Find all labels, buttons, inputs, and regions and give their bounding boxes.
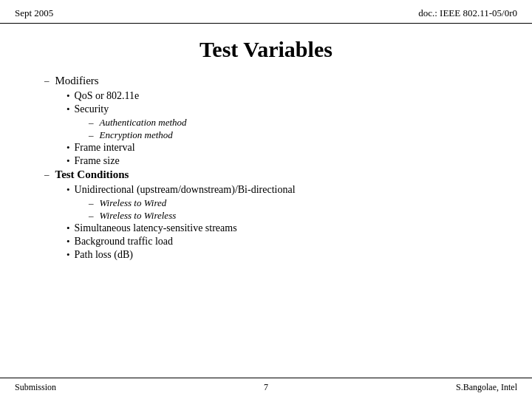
frame-size-text: Frame size bbox=[75, 155, 120, 167]
bullet-icon-frame-interval: • bbox=[66, 142, 70, 154]
footer-left: Submission bbox=[15, 382, 56, 393]
bullet-icon-security: • bbox=[66, 103, 70, 115]
bullet-icon-pathloss: • bbox=[66, 249, 70, 261]
auth-text: Authentication method bbox=[100, 117, 187, 129]
list-item-wireless-wired: – Wireless to Wired bbox=[89, 197, 502, 209]
dash-icon-wireless: – bbox=[89, 210, 94, 222]
list-item-unidirectional: • Unidirectional (upstream/downstream)/B… bbox=[66, 184, 502, 196]
header-date: Sept 2005 bbox=[15, 7, 53, 19]
test-conditions-heading: – Test Conditions bbox=[44, 168, 502, 181]
title-section: Test Variables bbox=[0, 37, 532, 62]
list-item-wireless-wireless: – Wireless to Wireless bbox=[89, 210, 502, 222]
list-item-pathloss: • Path loss (dB) bbox=[66, 249, 502, 261]
list-item-frame-size: • Frame size bbox=[66, 155, 502, 167]
list-item-encryption: – Encryption method bbox=[89, 129, 502, 141]
dash-icon-wired: – bbox=[89, 197, 94, 209]
header-doc: doc.: IEEE 802.11-05/0r0 bbox=[418, 7, 517, 19]
modifiers-heading: – Modifiers bbox=[44, 75, 502, 87]
test-conditions-label: Test Conditions bbox=[55, 168, 129, 181]
footer-right: S.Bangolae, Intel bbox=[456, 382, 517, 393]
list-item-security: • Security bbox=[66, 103, 502, 115]
list-item-frame-interval: • Frame interval bbox=[66, 142, 502, 154]
wireless-wired-text: Wireless to Wired bbox=[100, 197, 167, 209]
background-text: Background traffic load bbox=[75, 236, 173, 248]
qos-text: QoS or 802.11e bbox=[75, 90, 140, 102]
bullet-icon-frame-size: • bbox=[66, 155, 70, 167]
encryption-text: Encryption method bbox=[100, 129, 173, 141]
bullet-icon-qos: • bbox=[66, 90, 70, 102]
dash-icon-auth: – bbox=[89, 117, 94, 129]
wireless-wireless-text: Wireless to Wireless bbox=[100, 210, 177, 222]
bullet-icon-background: • bbox=[66, 236, 70, 248]
main-title: Test Variables bbox=[200, 37, 332, 61]
dash-icon-encryption: – bbox=[89, 129, 94, 141]
slide: Sept 2005 doc.: IEEE 802.11-05/0r0 Test … bbox=[0, 0, 532, 399]
modifiers-label: Modifiers bbox=[55, 75, 99, 87]
list-item-auth: – Authentication method bbox=[89, 117, 502, 129]
latency-text: Simultaneous latency-sensitive streams bbox=[75, 222, 237, 234]
unidirectional-text: Unidirectional (upstream/downstream)/Bi-… bbox=[75, 184, 296, 196]
bullet-icon-unidirectional: • bbox=[66, 184, 70, 196]
security-text: Security bbox=[75, 103, 109, 115]
content-area: – Modifiers • QoS or 802.11e • Security … bbox=[0, 71, 532, 261]
list-item-background: • Background traffic load bbox=[66, 236, 502, 248]
list-item-qos: • QoS or 802.11e bbox=[66, 90, 502, 102]
slide-header: Sept 2005 doc.: IEEE 802.11-05/0r0 bbox=[0, 0, 532, 24]
pathloss-text: Path loss (dB) bbox=[75, 249, 133, 261]
bullet-icon-latency: • bbox=[66, 222, 70, 234]
dash-icon-test: – bbox=[44, 168, 50, 180]
frame-interval-text: Frame interval bbox=[75, 142, 135, 154]
dash-icon-modifiers: – bbox=[44, 75, 50, 86]
footer-page-number: 7 bbox=[264, 382, 268, 393]
list-item-latency: • Simultaneous latency-sensitive streams bbox=[66, 222, 502, 234]
